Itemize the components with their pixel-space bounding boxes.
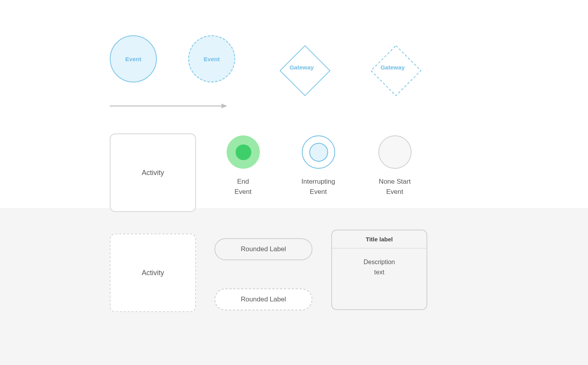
- svg-marker-3: [221, 104, 227, 108]
- svg-rect-1: [371, 46, 421, 95]
- end-event-outer-circle: [227, 135, 260, 169]
- interrupting-event-shape[interactable]: [302, 135, 335, 169]
- end-event-inner-circle: [236, 144, 251, 160]
- bpmn-shape-palette: Event Event Gateway Gateway Activity End…: [0, 0, 588, 365]
- rounded-label-dashed-shape[interactable]: Rounded Label: [214, 288, 312, 310]
- interrupting-outer-circle: [302, 135, 335, 169]
- interrupting-inner-circle: [309, 143, 328, 162]
- end-event-shape[interactable]: [227, 135, 260, 169]
- title-card-header: Title label: [332, 230, 426, 248]
- svg-rect-0: [280, 46, 330, 95]
- gateway-solid-shape[interactable]: Gateway: [272, 37, 325, 90]
- none-start-circle: [378, 135, 412, 169]
- activity-solid-shape[interactable]: Activity: [110, 133, 196, 212]
- rounded-label-dashed-text: Rounded Label: [241, 296, 286, 303]
- activity-dashed-label: Activity: [142, 269, 164, 277]
- interrupting-event-caption: InterruptingEvent: [291, 177, 346, 197]
- none-start-event-shape[interactable]: [378, 135, 412, 169]
- sequence-flow-arrow[interactable]: [110, 102, 227, 110]
- title-description-card[interactable]: Title label Descriptiontext: [331, 230, 427, 310]
- gateway-dashed-label: Gateway: [381, 64, 405, 71]
- none-start-caption: None StartEvent: [367, 177, 422, 197]
- event-dashed-shape[interactable]: Event: [188, 35, 235, 82]
- gateway-dashed-shape[interactable]: Gateway: [363, 37, 416, 90]
- rounded-label-solid-shape[interactable]: Rounded Label: [214, 238, 312, 260]
- event-dashed-label: Event: [204, 56, 220, 62]
- rounded-label-solid-text: Rounded Label: [241, 245, 286, 253]
- event-solid-shape[interactable]: Event: [110, 35, 157, 82]
- activity-solid-label: Activity: [142, 169, 164, 177]
- activity-dashed-shape[interactable]: Activity: [110, 234, 196, 312]
- title-card-body: Descriptiontext: [332, 248, 426, 309]
- gateway-solid-label: Gateway: [290, 64, 314, 71]
- event-solid-label: Event: [125, 56, 142, 62]
- arrow-icon: [110, 102, 227, 110]
- end-event-caption: EndEvent: [216, 177, 270, 197]
